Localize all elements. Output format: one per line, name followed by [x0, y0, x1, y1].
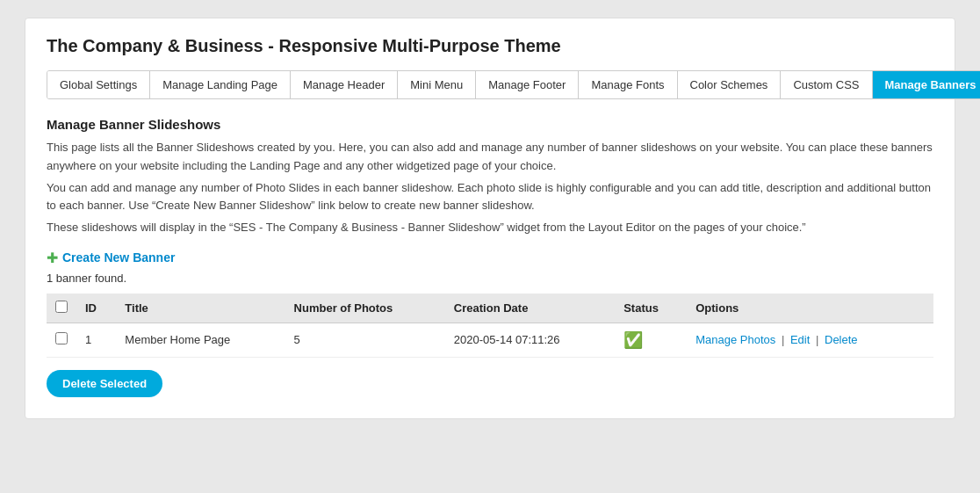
col-status: Status: [615, 294, 687, 323]
status-active-icon: ✅: [623, 331, 643, 349]
delete-link[interactable]: Delete: [825, 333, 858, 346]
col-id: ID: [76, 294, 116, 323]
col-num-photos: Number of Photos: [285, 294, 445, 323]
tab-custom-css[interactable]: Custom CSS: [781, 71, 872, 98]
manage-photos-link[interactable]: Manage Photos: [695, 333, 775, 346]
create-new-banner-link[interactable]: Create New Banner: [62, 250, 175, 265]
row-checkbox-cell: [47, 323, 76, 357]
delete-selected-button[interactable]: Delete Selected: [47, 370, 162, 397]
page-title: The Company & Business - Responsive Mult…: [47, 36, 933, 56]
main-container: The Company & Business - Responsive Mult…: [25, 18, 955, 419]
row-checkbox[interactable]: [55, 332, 68, 344]
row-status: ✅: [615, 323, 687, 357]
row-creation-date: 2020-05-14 07:11:26: [445, 323, 615, 357]
table-header-row: ID Title Number of Photos Creation Date …: [47, 294, 933, 323]
row-id: 1: [76, 323, 116, 357]
tab-manage-header[interactable]: Manage Header: [291, 71, 398, 98]
tab-manage-footer[interactable]: Manage Footer: [476, 71, 579, 98]
banners-table: ID Title Number of Photos Creation Date …: [47, 294, 933, 358]
separator-2: |: [816, 333, 818, 346]
tab-color-schemes[interactable]: Color Schemes: [678, 71, 782, 98]
description-1: This page lists all the Banner Slideshow…: [47, 139, 933, 176]
select-all-checkbox[interactable]: [55, 301, 68, 313]
edit-link[interactable]: Edit: [790, 333, 810, 346]
col-checkbox: [47, 294, 76, 323]
col-options: Options: [687, 294, 933, 323]
plus-icon: ✚: [47, 250, 58, 266]
tab-manage-landing-page[interactable]: Manage Landing Page: [150, 71, 291, 98]
section-title: Manage Banner Slideshows: [47, 117, 933, 132]
banner-count: 1 banner found.: [47, 272, 933, 285]
col-title: Title: [116, 294, 285, 323]
tab-global-settings[interactable]: Global Settings: [47, 71, 150, 98]
tab-manage-banners[interactable]: Manage Banners: [873, 71, 980, 98]
tab-manage-fonts[interactable]: Manage Fonts: [579, 71, 677, 98]
col-creation-date: Creation Date: [445, 294, 615, 323]
row-options: Manage Photos | Edit | Delete: [687, 323, 933, 357]
separator-1: |: [782, 333, 784, 346]
tab-mini-menu[interactable]: Mini Menu: [398, 71, 476, 98]
tab-bar: Global Settings Manage Landing Page Mana…: [47, 70, 980, 99]
description-2: You can add and manage any number of Pho…: [47, 179, 933, 216]
row-num-photos: 5: [285, 323, 445, 357]
description-3: These slideshows will display in the “SE…: [47, 219, 933, 237]
row-title: Member Home Page: [116, 323, 285, 357]
create-banner-row: ✚ Create New Banner: [47, 250, 933, 266]
table-row: 1 Member Home Page 5 2020-05-14 07:11:26…: [47, 323, 933, 357]
